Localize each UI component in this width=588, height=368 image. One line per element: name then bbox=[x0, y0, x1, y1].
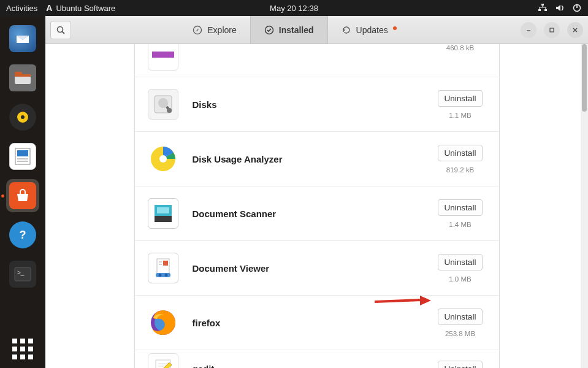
uninstall-button[interactable]: Uninstall bbox=[438, 254, 483, 270]
dock-ubuntu-software[interactable] bbox=[6, 179, 39, 212]
list-item[interactable]: Document Viewer Uninstall 1.0 MB bbox=[135, 241, 499, 296]
dock: ? >_ bbox=[0, 16, 45, 368]
app-icon bbox=[146, 44, 180, 66]
window-controls bbox=[521, 22, 583, 38]
list-item[interactable]: Document Scanner Uninstall 1.4 MB bbox=[135, 186, 499, 241]
svg-point-29 bbox=[167, 108, 172, 113]
volume-icon[interactable] bbox=[555, 3, 565, 13]
app-name-label: Document Viewer bbox=[193, 263, 433, 274]
svg-point-31 bbox=[159, 155, 167, 163]
svg-rect-1 bbox=[538, 9, 541, 11]
network-icon[interactable] bbox=[538, 3, 548, 13]
maximize-icon bbox=[549, 27, 555, 33]
uninstall-button[interactable]: Uninstall bbox=[438, 145, 483, 161]
svg-rect-33 bbox=[155, 216, 172, 222]
show-apps-button[interactable] bbox=[12, 339, 33, 359]
headerbar: Explore Installed Updates bbox=[45, 16, 588, 44]
app-size-label: 460.8 kB bbox=[446, 44, 474, 52]
power-icon[interactable] bbox=[572, 3, 582, 13]
search-button[interactable] bbox=[50, 21, 71, 39]
svg-point-40 bbox=[158, 274, 161, 277]
maximize-button[interactable] bbox=[544, 22, 560, 38]
updates-indicator-icon bbox=[393, 26, 397, 30]
app-size-label: 253.8 MB bbox=[445, 330, 475, 337]
svg-point-28 bbox=[158, 98, 168, 108]
svg-line-19 bbox=[63, 31, 65, 34]
app-icon bbox=[146, 196, 180, 231]
app-size-label: 1.1 MB bbox=[449, 112, 471, 119]
app-size-label: 819.2 kB bbox=[446, 166, 474, 174]
uninstall-button[interactable]: Uninstall bbox=[438, 90, 483, 107]
app-size-label: 1.4 MB bbox=[449, 221, 471, 228]
dock-rhythmbox[interactable] bbox=[6, 101, 39, 134]
dock-help[interactable]: ? bbox=[6, 218, 39, 251]
close-icon bbox=[572, 27, 578, 33]
svg-rect-2 bbox=[544, 9, 547, 11]
app-name-label: Disks bbox=[193, 99, 433, 110]
app-menu-title: Ubuntu Software bbox=[56, 4, 115, 13]
uninstall-button[interactable]: Uninstall bbox=[438, 309, 483, 325]
uninstall-button[interactable]: Uninstall bbox=[438, 199, 483, 216]
gnome-top-panel: Activities A Ubuntu Software May 20 12:3… bbox=[0, 0, 588, 16]
svg-rect-39 bbox=[156, 273, 170, 277]
dock-terminal[interactable]: >_ bbox=[6, 258, 39, 291]
app-name-label: Disk Usage Analyzer bbox=[193, 154, 433, 164]
check-circle-icon bbox=[264, 25, 274, 35]
app-icon bbox=[146, 351, 180, 368]
app-size-label: 1.0 MB bbox=[449, 275, 471, 283]
list-item[interactable]: firefox Uninstall 253.8 MB bbox=[135, 296, 499, 350]
activities-button[interactable]: Activities bbox=[6, 4, 37, 13]
svg-rect-0 bbox=[541, 4, 544, 6]
svg-text:?: ? bbox=[20, 229, 26, 241]
app-menu[interactable]: A Ubuntu Software bbox=[46, 3, 115, 13]
list-item[interactable]: Disk Usage Analyzer Uninstall 819.2 kB bbox=[135, 132, 499, 186]
dock-thunderbird[interactable] bbox=[6, 22, 39, 55]
svg-point-10 bbox=[21, 115, 25, 119]
scrollbar-thumb[interactable] bbox=[582, 44, 587, 112]
app-icon bbox=[146, 142, 180, 176]
tab-explore-label: Explore bbox=[207, 25, 236, 35]
svg-rect-26 bbox=[152, 52, 174, 58]
minimize-button[interactable] bbox=[521, 22, 536, 38]
ubuntu-software-window: Explore Installed Updates bbox=[45, 16, 588, 368]
clock[interactable]: May 20 12:38 bbox=[270, 4, 318, 13]
svg-point-41 bbox=[164, 274, 167, 277]
refresh-icon bbox=[342, 25, 351, 35]
content-area: 460.8 kB Disks Uninstall 1.1 MB bbox=[45, 44, 588, 368]
list-item[interactable]: Disks Uninstall 1.1 MB bbox=[135, 77, 499, 132]
search-icon bbox=[56, 25, 66, 35]
uninstall-button[interactable]: Uninstall bbox=[438, 361, 483, 369]
tab-updates[interactable]: Updates bbox=[328, 16, 410, 44]
minimize-icon bbox=[525, 27, 532, 33]
tab-updates-label: Updates bbox=[356, 25, 388, 35]
app-name-label: gedit bbox=[193, 364, 433, 369]
svg-rect-36 bbox=[163, 261, 168, 266]
tab-installed-label: Installed bbox=[279, 25, 314, 35]
view-tabs: Explore Installed Updates bbox=[179, 16, 410, 44]
scrollbar[interactable] bbox=[581, 44, 588, 368]
tab-installed[interactable]: Installed bbox=[250, 16, 328, 44]
installed-apps-list: 460.8 kB Disks Uninstall 1.1 MB bbox=[134, 44, 500, 368]
app-icon-glyph: A bbox=[46, 3, 52, 13]
app-icon bbox=[146, 305, 180, 340]
app-name-label: firefox bbox=[193, 318, 433, 328]
dock-writer[interactable] bbox=[6, 140, 39, 173]
app-icon bbox=[146, 251, 180, 285]
list-item[interactable]: 460.8 kB bbox=[135, 44, 499, 77]
compass-icon bbox=[193, 25, 202, 35]
list-item[interactable]: gedit Uninstall bbox=[135, 350, 499, 368]
svg-text:>_: >_ bbox=[17, 269, 25, 276]
app-icon bbox=[146, 87, 180, 121]
svg-rect-23 bbox=[550, 28, 554, 32]
tab-explore[interactable]: Explore bbox=[179, 16, 250, 44]
dock-files[interactable] bbox=[6, 61, 39, 94]
svg-rect-7 bbox=[15, 74, 31, 77]
app-name-label: Document Scanner bbox=[193, 209, 433, 219]
svg-point-18 bbox=[58, 26, 63, 32]
svg-rect-34 bbox=[157, 207, 169, 213]
svg-rect-12 bbox=[17, 150, 28, 156]
close-button[interactable] bbox=[567, 22, 583, 38]
